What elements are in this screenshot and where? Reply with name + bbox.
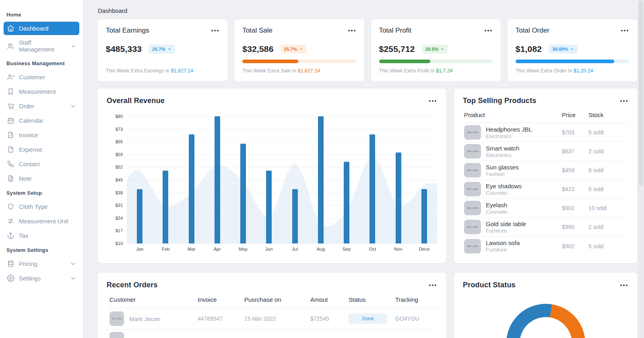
column-header-purchase-on: Pusrchase on — [244, 296, 310, 303]
sidebar-section-label-home: Home — [0, 8, 83, 21]
scrollbar-thumb[interactable] — [639, 1, 643, 186]
sidebar-item-customer[interactable]: Customer — [4, 70, 79, 84]
sidebar-item-contact[interactable]: Contact — [4, 157, 79, 171]
chevron-up-icon — [299, 47, 303, 51]
sidebar-item-calendar[interactable]: Calendar — [4, 114, 79, 127]
product-category: Cosmetic — [486, 209, 508, 215]
products-table-body: 200 x 200Headphones JBLElectronics$7035 … — [463, 123, 628, 256]
x-axis-tick-label: Mar — [188, 247, 196, 251]
product-name: Smart watch — [486, 145, 519, 152]
more-menu-button[interactable] — [619, 98, 628, 104]
overall-revenue-panel: Overall Revenue $80$73$66$59$52$45$38$31… — [98, 89, 446, 263]
bar-mar — [189, 134, 194, 243]
more-menu-button[interactable] — [620, 28, 629, 33]
product-row-sun-glasses: 200 x 200Sun glassesFashion$4596 sold — [463, 161, 628, 180]
sidebar-item-label: Cloth Type — [19, 203, 47, 210]
product-row-gold-side-table: 200 x 200Gold side tableFurniture$3902 s… — [463, 218, 628, 237]
x-axis-tick-label: Aug — [317, 247, 325, 251]
bar-jul — [292, 189, 298, 243]
product-stock: 5 sold — [588, 186, 628, 192]
product-category: Furniture — [486, 228, 526, 234]
sidebar-item-label: Measurement — [19, 88, 56, 95]
products-table-header: Product Price Stock — [463, 111, 628, 123]
shield-icon — [7, 203, 14, 210]
users-icon — [7, 42, 14, 50]
x-axis-tick-label: Oct — [369, 247, 376, 251]
y-axis-tick-label: $52 — [107, 165, 123, 169]
stat-card-value: $1,082 — [516, 44, 542, 54]
product-stock: 2 sold — [588, 148, 628, 155]
bar-jan — [137, 189, 142, 243]
bar-dece — [421, 189, 427, 243]
sidebar-item-cloth-type[interactable]: Cloth Type — [4, 200, 79, 213]
sidebar-item-label: Staff Management — [19, 39, 66, 53]
sidebar-item-order[interactable]: Order — [4, 99, 79, 113]
stat-card-total-profit: Total Profit$255,71220.5%This Week Extra… — [371, 19, 501, 81]
stat-card-title: Total Profit — [379, 27, 411, 35]
sidebar-section-label-business-management: Business Management — [0, 57, 83, 69]
chevron-down-icon — [70, 261, 76, 267]
more-menu-button[interactable] — [347, 28, 356, 33]
stat-card-trend-badge: 25.7% — [281, 45, 307, 54]
y-axis-tick-label: $66 — [107, 139, 123, 144]
product-row-smart-watch: 200 x 200Smart watchElectronics$8372 sol… — [463, 142, 628, 161]
product-price: $902 — [562, 243, 588, 249]
bar-feb — [163, 171, 168, 243]
sidebar-section-label-system-setup: System Setup — [0, 186, 83, 199]
more-menu-button[interactable] — [428, 282, 437, 288]
more-menu-button[interactable] — [428, 98, 437, 104]
sidebar-item-pricing[interactable]: Pricing — [4, 257, 79, 270]
product-price: $902 — [562, 205, 588, 211]
sidebar-item-tax[interactable]: Tax — [4, 229, 79, 242]
stat-card-title: Total Order — [516, 27, 549, 35]
stat-card-note-amount: $1,827.24 — [171, 68, 194, 74]
file-text-icon — [7, 175, 14, 182]
orders-table-body: 100 x 100Mark Jecon#478934715 Mar 2022$7… — [107, 308, 437, 330]
product-status-panel: Product Status — [454, 273, 637, 338]
vertical-scrollbar[interactable] — [638, 0, 644, 338]
panel-title-overall-revenue: Overall Revenue — [107, 97, 165, 105]
sidebar-item-settings[interactable]: Settings — [4, 272, 79, 285]
product-image-placeholder: 200 x 200 — [464, 239, 481, 254]
stat-card-total-sale: Total Sale$32,58625.7%This Week Extra Sa… — [234, 19, 364, 81]
background-area-series — [127, 116, 437, 243]
stat-card-total-order: Total Order$1,08230.00%This Week Extra O… — [508, 19, 637, 81]
product-price: $423 — [562, 186, 588, 192]
y-axis-tick-label: $31 — [107, 203, 123, 208]
bar-jun — [266, 171, 272, 243]
order-invoice: #4789347 — [198, 315, 244, 322]
y-axis-tick-label: $38 — [107, 190, 123, 195]
chevron-up-icon — [570, 47, 574, 51]
bar-may — [240, 144, 246, 243]
customer-avatar-placeholder: 100 x 100 — [109, 311, 124, 326]
order-row-mark-jecon: 100 x 100Mark Jecon#478934715 Mar 2022$7… — [107, 308, 437, 330]
sidebar: HomeDashboardStaff ManagementBusiness Ma… — [0, 0, 83, 338]
product-name: Headphones JBL — [486, 126, 532, 133]
more-menu-button[interactable] — [211, 28, 219, 33]
more-menu-button[interactable] — [484, 28, 493, 33]
stat-progress-track — [242, 60, 356, 63]
recent-orders-panel: Recent Orders Customer Invoice Pusrchase… — [98, 273, 446, 338]
sidebar-item-label: Tax — [19, 232, 28, 239]
sidebar-item-note[interactable]: Note — [4, 172, 79, 185]
sidebar-item-measurement[interactable]: Measurement — [4, 85, 79, 98]
stat-cards-row: Total Earnings$485,33325.7%This Week Ext… — [98, 19, 637, 81]
product-stock: 6 sold — [588, 167, 628, 173]
product-row-eye-shadows: 200 x 200Eye shadowsCosmetic$4235 sold — [463, 180, 628, 199]
x-axis-tick-label: Sep — [343, 247, 351, 251]
column-header-customer: Customer — [109, 296, 198, 303]
chevron-up-icon — [440, 47, 444, 51]
sidebar-item-staff-management[interactable]: Staff Management — [4, 36, 79, 56]
chevron-up-icon — [167, 47, 171, 51]
product-price: $703 — [562, 129, 588, 136]
phone-icon — [7, 160, 14, 168]
sidebar-item-dashboard[interactable]: Dashboard — [4, 22, 79, 35]
sidebar-item-expense[interactable]: Expense — [4, 143, 79, 156]
y-axis-tick-label: $45 — [107, 177, 123, 182]
sidebar-item-invoice[interactable]: Invoice — [4, 128, 79, 142]
product-row-eyelash: 200 x 200EyelashCosmetic$90210 sold — [463, 199, 628, 218]
y-axis-tick-label: $10 — [107, 241, 123, 246]
x-axis-tick-label: Nov — [394, 247, 402, 251]
more-menu-button[interactable] — [619, 282, 628, 288]
sidebar-item-measurement-unit[interactable]: Measurement Unit — [4, 214, 79, 228]
